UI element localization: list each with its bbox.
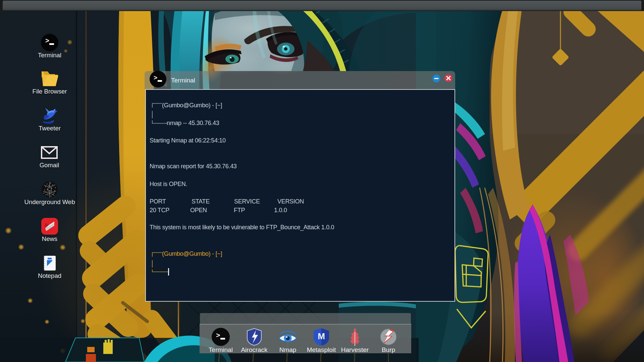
svg-text:>: >: [154, 74, 157, 81]
svg-text:>: >: [216, 331, 220, 339]
svg-text:M: M: [318, 331, 325, 341]
svg-text:>: >: [45, 37, 49, 44]
